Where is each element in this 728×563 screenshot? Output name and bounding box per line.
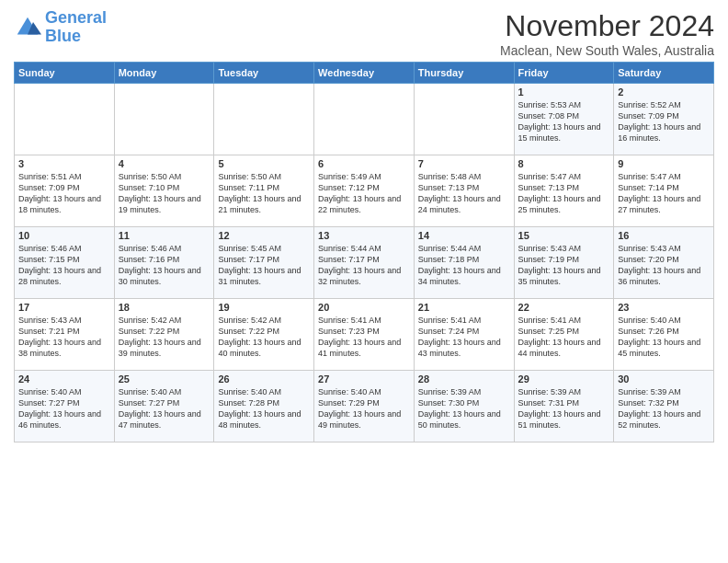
- day-info: Sunrise: 5:48 AM Sunset: 7:13 PM Dayligh…: [418, 171, 510, 216]
- day-number: 5: [218, 158, 310, 169]
- day-info: Sunrise: 5:51 AM Sunset: 7:09 PM Dayligh…: [18, 171, 110, 216]
- day-number: 8: [518, 158, 610, 169]
- day-number: 16: [618, 230, 710, 241]
- week-row-1: 1Sunrise: 5:53 AM Sunset: 7:08 PM Daylig…: [15, 84, 714, 155]
- day-cell: 2Sunrise: 5:52 AM Sunset: 7:09 PM Daylig…: [614, 84, 714, 155]
- day-cell: 26Sunrise: 5:40 AM Sunset: 7:28 PM Dayli…: [214, 371, 314, 442]
- day-cell: 12Sunrise: 5:45 AM Sunset: 7:17 PM Dayli…: [214, 227, 314, 299]
- day-number: 3: [18, 158, 110, 169]
- day-number: 20: [318, 302, 410, 313]
- day-info: Sunrise: 5:47 AM Sunset: 7:14 PM Dayligh…: [618, 171, 710, 216]
- day-cell: 5Sunrise: 5:50 AM Sunset: 7:11 PM Daylig…: [214, 155, 314, 227]
- day-info: Sunrise: 5:49 AM Sunset: 7:12 PM Dayligh…: [318, 171, 410, 216]
- day-cell: 13Sunrise: 5:44 AM Sunset: 7:17 PM Dayli…: [314, 227, 415, 299]
- day-cell: 10Sunrise: 5:46 AM Sunset: 7:15 PM Dayli…: [15, 227, 115, 299]
- day-number: 14: [418, 230, 510, 241]
- day-number: 10: [18, 230, 110, 241]
- day-cell: [414, 84, 514, 155]
- day-number: 12: [218, 230, 310, 241]
- day-number: 17: [18, 302, 110, 313]
- day-info: Sunrise: 5:52 AM Sunset: 7:09 PM Dayligh…: [618, 99, 710, 144]
- week-row-3: 10Sunrise: 5:46 AM Sunset: 7:15 PM Dayli…: [15, 227, 714, 299]
- day-cell: 7Sunrise: 5:48 AM Sunset: 7:13 PM Daylig…: [414, 155, 514, 227]
- day-info: Sunrise: 5:44 AM Sunset: 7:18 PM Dayligh…: [418, 243, 510, 288]
- day-cell: 28Sunrise: 5:39 AM Sunset: 7:30 PM Dayli…: [414, 371, 514, 442]
- day-info: Sunrise: 5:41 AM Sunset: 7:24 PM Dayligh…: [418, 315, 510, 360]
- day-cell: 9Sunrise: 5:47 AM Sunset: 7:14 PM Daylig…: [614, 155, 714, 227]
- header-cell-saturday: Saturday: [614, 63, 714, 84]
- day-info: Sunrise: 5:39 AM Sunset: 7:32 PM Dayligh…: [618, 386, 710, 431]
- logo-general: General: [45, 8, 107, 27]
- day-number: 1: [518, 86, 610, 98]
- day-number: 24: [18, 373, 110, 385]
- day-info: Sunrise: 5:43 AM Sunset: 7:20 PM Dayligh…: [618, 243, 710, 288]
- day-number: 11: [119, 230, 210, 241]
- day-cell: 17Sunrise: 5:43 AM Sunset: 7:21 PM Dayli…: [15, 299, 115, 371]
- day-cell: 22Sunrise: 5:41 AM Sunset: 7:25 PM Dayli…: [514, 299, 614, 371]
- month-title: November 2024: [500, 9, 714, 43]
- day-cell: 16Sunrise: 5:43 AM Sunset: 7:20 PM Dayli…: [614, 227, 714, 299]
- header: General Blue November 2024 Maclean, New …: [14, 9, 714, 58]
- day-cell: 29Sunrise: 5:39 AM Sunset: 7:31 PM Dayli…: [514, 371, 614, 442]
- day-cell: 6Sunrise: 5:49 AM Sunset: 7:12 PM Daylig…: [314, 155, 415, 227]
- header-cell-tuesday: Tuesday: [214, 63, 314, 84]
- day-cell: 21Sunrise: 5:41 AM Sunset: 7:24 PM Dayli…: [414, 299, 514, 371]
- logo: General Blue: [14, 9, 107, 46]
- day-cell: 18Sunrise: 5:42 AM Sunset: 7:22 PM Dayli…: [114, 299, 214, 371]
- calendar-header: SundayMondayTuesdayWednesdayThursdayFrid…: [15, 63, 714, 84]
- day-cell: [15, 84, 115, 155]
- header-cell-monday: Monday: [114, 63, 214, 84]
- calendar-table: SundayMondayTuesdayWednesdayThursdayFrid…: [14, 62, 714, 442]
- day-info: Sunrise: 5:47 AM Sunset: 7:13 PM Dayligh…: [518, 171, 610, 216]
- calendar-body: 1Sunrise: 5:53 AM Sunset: 7:08 PM Daylig…: [15, 84, 714, 442]
- day-cell: 27Sunrise: 5:40 AM Sunset: 7:29 PM Dayli…: [314, 371, 415, 442]
- day-info: Sunrise: 5:39 AM Sunset: 7:31 PM Dayligh…: [518, 386, 610, 431]
- logo-icon: [14, 14, 41, 41]
- day-number: 27: [318, 373, 410, 385]
- subtitle: Maclean, New South Wales, Australia: [500, 43, 714, 58]
- header-cell-thursday: Thursday: [414, 63, 514, 84]
- day-info: Sunrise: 5:40 AM Sunset: 7:28 PM Dayligh…: [218, 386, 310, 431]
- day-number: 4: [119, 158, 210, 169]
- day-info: Sunrise: 5:50 AM Sunset: 7:10 PM Dayligh…: [119, 171, 210, 216]
- day-cell: 3Sunrise: 5:51 AM Sunset: 7:09 PM Daylig…: [15, 155, 115, 227]
- day-number: 26: [218, 373, 310, 385]
- day-cell: 25Sunrise: 5:40 AM Sunset: 7:27 PM Dayli…: [114, 371, 214, 442]
- day-cell: 19Sunrise: 5:42 AM Sunset: 7:22 PM Dayli…: [214, 299, 314, 371]
- day-info: Sunrise: 5:40 AM Sunset: 7:29 PM Dayligh…: [318, 386, 410, 431]
- day-cell: 15Sunrise: 5:43 AM Sunset: 7:19 PM Dayli…: [514, 227, 614, 299]
- day-cell: 8Sunrise: 5:47 AM Sunset: 7:13 PM Daylig…: [514, 155, 614, 227]
- day-cell: [114, 84, 214, 155]
- header-cell-friday: Friday: [514, 63, 614, 84]
- day-cell: 24Sunrise: 5:40 AM Sunset: 7:27 PM Dayli…: [15, 371, 115, 442]
- day-number: 30: [618, 373, 710, 385]
- day-number: 29: [518, 373, 610, 385]
- week-row-5: 24Sunrise: 5:40 AM Sunset: 7:27 PM Dayli…: [15, 371, 714, 442]
- day-info: Sunrise: 5:40 AM Sunset: 7:27 PM Dayligh…: [18, 386, 110, 431]
- day-info: Sunrise: 5:40 AM Sunset: 7:27 PM Dayligh…: [119, 386, 210, 431]
- day-number: 21: [418, 302, 510, 313]
- day-cell: 1Sunrise: 5:53 AM Sunset: 7:08 PM Daylig…: [514, 84, 614, 155]
- day-info: Sunrise: 5:53 AM Sunset: 7:08 PM Dayligh…: [518, 99, 610, 144]
- day-number: 7: [418, 158, 510, 169]
- day-info: Sunrise: 5:41 AM Sunset: 7:25 PM Dayligh…: [518, 315, 610, 360]
- day-info: Sunrise: 5:46 AM Sunset: 7:15 PM Dayligh…: [18, 243, 110, 288]
- day-info: Sunrise: 5:43 AM Sunset: 7:19 PM Dayligh…: [518, 243, 610, 288]
- day-number: 18: [119, 302, 210, 313]
- day-number: 23: [618, 302, 710, 313]
- day-cell: 4Sunrise: 5:50 AM Sunset: 7:10 PM Daylig…: [114, 155, 214, 227]
- header-cell-sunday: Sunday: [15, 63, 115, 84]
- day-number: 22: [518, 302, 610, 313]
- header-row: SundayMondayTuesdayWednesdayThursdayFrid…: [15, 63, 714, 84]
- day-cell: 30Sunrise: 5:39 AM Sunset: 7:32 PM Dayli…: [614, 371, 714, 442]
- logo-blue: Blue: [45, 27, 81, 45]
- day-cell: 20Sunrise: 5:41 AM Sunset: 7:23 PM Dayli…: [314, 299, 415, 371]
- day-info: Sunrise: 5:42 AM Sunset: 7:22 PM Dayligh…: [218, 315, 310, 360]
- day-info: Sunrise: 5:40 AM Sunset: 7:26 PM Dayligh…: [618, 315, 710, 360]
- day-number: 6: [318, 158, 410, 169]
- day-info: Sunrise: 5:44 AM Sunset: 7:17 PM Dayligh…: [318, 243, 410, 288]
- day-number: 25: [119, 373, 210, 385]
- day-info: Sunrise: 5:43 AM Sunset: 7:21 PM Dayligh…: [18, 315, 110, 360]
- day-info: Sunrise: 5:39 AM Sunset: 7:30 PM Dayligh…: [418, 386, 510, 431]
- day-number: 2: [618, 86, 710, 98]
